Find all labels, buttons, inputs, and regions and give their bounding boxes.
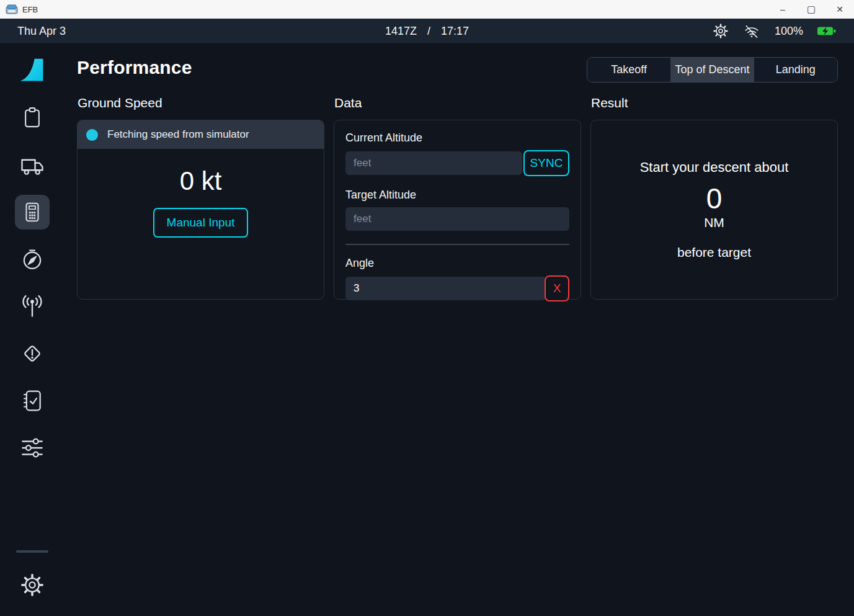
sync-status-text: Fetching speed from simulator (107, 128, 249, 141)
warning-diamond-icon (19, 340, 46, 367)
clear-angle-button[interactable]: X (545, 275, 569, 301)
antenna-icon (19, 293, 46, 320)
data-divider (345, 244, 569, 245)
truck-icon (19, 151, 46, 179)
ground-speed-status-bar: Fetching speed from simulator (78, 120, 324, 149)
sidebar-item-atc[interactable] (15, 289, 50, 324)
minimize-button[interactable]: – (768, 0, 797, 19)
ground-speed-value: 0 kt (180, 166, 222, 196)
result-distance-value: 0 (706, 183, 723, 215)
sidebar-item-performance[interactable] (15, 195, 50, 230)
angle-input[interactable] (345, 277, 546, 300)
sidebar-item-ground[interactable] (15, 148, 50, 182)
ground-speed-card: Fetching speed from simulator 0 kt Manua… (77, 120, 324, 300)
performance-page: Performance Takeoff Top of Descent Landi… (64, 43, 854, 616)
sidebar-item-navigation[interactable] (15, 242, 50, 277)
result-title: Result (591, 96, 838, 110)
current-altitude-input[interactable] (345, 151, 522, 175)
result-distance-unit: NM (704, 215, 724, 230)
efb-statusbar: Thu Apr 3 1417Z / 17:17 (0, 19, 854, 43)
sidebar-item-checklists[interactable] (15, 383, 50, 418)
statusbar-date: Thu Apr 3 (17, 25, 66, 38)
sidebar-item-failures[interactable] (15, 336, 50, 371)
page-title: Performance (77, 57, 192, 78)
data-section: Data Current Altitude SYNC Target Altitu… (334, 96, 581, 300)
sync-status-dot-icon (86, 129, 98, 141)
window-title: EFB (22, 5, 38, 14)
target-altitude-label: Target Altitude (345, 189, 569, 202)
target-altitude-input[interactable] (345, 207, 569, 231)
data-title: Data (334, 96, 581, 110)
sync-altitude-button[interactable]: SYNC (523, 150, 569, 176)
gear-icon (20, 573, 45, 597)
time-separator: / (427, 25, 430, 38)
sidebar (0, 43, 64, 616)
result-card: Start your descent about 0 NM before tar… (590, 120, 838, 300)
current-altitude-label: Current Altitude (345, 132, 569, 145)
battery-percent: 100% (775, 25, 803, 38)
battery-charging-icon (817, 25, 837, 37)
sidebar-item-settings[interactable] (15, 568, 50, 602)
clipboard-icon (20, 105, 45, 130)
sidebar-item-presets[interactable] (15, 431, 50, 465)
checklist-icon (19, 388, 45, 414)
efb-app-icon (6, 4, 18, 15)
result-section: Result Start your descent about 0 NM bef… (590, 96, 838, 300)
quick-settings-gear-icon[interactable] (713, 23, 729, 39)
local-time: 17:17 (441, 25, 469, 38)
sliders-icon (19, 435, 45, 461)
tab-top-of-descent[interactable]: Top of Descent (670, 58, 754, 82)
calculator-icon (20, 200, 44, 224)
performance-tab-bar: Takeoff Top of Descent Landing (587, 57, 838, 83)
tab-landing[interactable]: Landing (754, 58, 837, 82)
compass-icon (19, 246, 45, 272)
data-card: Current Altitude SYNC Target Altitude An… (334, 120, 581, 300)
ground-speed-section: Ground Speed Fetching speed from simulat… (77, 96, 324, 300)
wifi-off-icon (742, 24, 761, 39)
sidebar-item-dashboard[interactable] (15, 100, 50, 135)
result-prefix-text: Start your descent about (640, 159, 789, 176)
flybywire-logo (15, 55, 50, 86)
statusbar-clock: 1417Z / 17:17 (385, 25, 469, 38)
sidebar-divider (16, 550, 48, 553)
manual-input-button[interactable]: Manual Input (153, 208, 249, 238)
result-suffix-text: before target (677, 245, 751, 260)
angle-label: Angle (345, 257, 569, 270)
utc-time: 1417Z (385, 25, 417, 38)
close-button[interactable]: ✕ (825, 0, 854, 19)
tab-takeoff[interactable]: Takeoff (587, 58, 670, 82)
maximize-button[interactable]: ▢ (797, 0, 825, 19)
ground-speed-title: Ground Speed (78, 96, 324, 110)
window-titlebar: EFB – ▢ ✕ (0, 0, 854, 19)
